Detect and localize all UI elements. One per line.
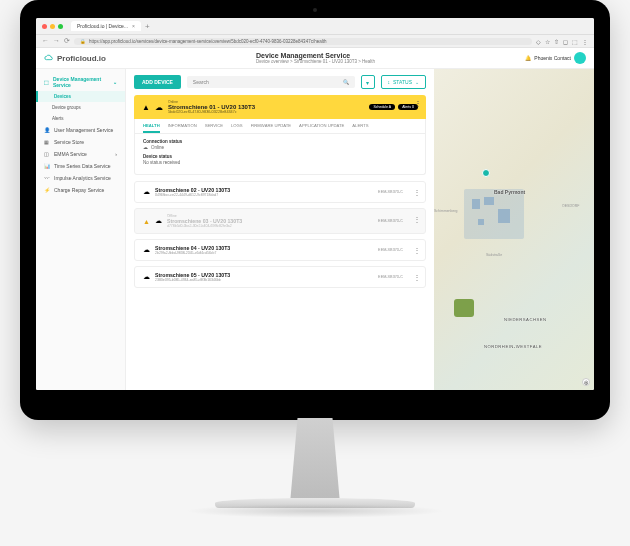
health-panel: Connection status ☁Online Device status …	[135, 134, 425, 174]
device-row[interactable]: ☁Stromschiene 04 - UV20 130T32b29fa2-fbb…	[134, 239, 426, 261]
connection-status-value: Online	[151, 145, 164, 150]
map-street: Südstraße	[486, 253, 502, 257]
nav-reload-icon[interactable]: ⟳	[64, 37, 70, 45]
sidebar-item-service-store[interactable]: ▦Service Store	[36, 136, 125, 148]
close-window[interactable]	[42, 24, 47, 29]
sort-icon: ↕	[388, 79, 391, 85]
url-text: https://app.proficloud.io/services/devic…	[89, 39, 326, 44]
avatar[interactable]	[574, 52, 586, 64]
chevron-down-icon: ⌄	[113, 79, 117, 85]
sidebar-item-device-mgmt[interactable]: ⬚ Device Management Service ⌄	[36, 73, 125, 91]
content-area: ADD DEVICE Search 🔍 ▾ ↕ STATUS ⌄	[126, 69, 434, 390]
cloud-icon: ☁	[143, 188, 150, 196]
app-topbar: Proficloud.io Device Management Service …	[36, 48, 594, 69]
more-menu-icon[interactable]: ⋮	[413, 273, 421, 282]
browser-tab-strip: Proficloud.io | Device... × +	[36, 18, 594, 35]
toolbar: ADD DEVICE Search 🔍 ▾ ↕ STATUS ⌄	[134, 75, 426, 89]
maximize-window[interactable]	[58, 24, 63, 29]
cloud-icon: ☁	[143, 273, 150, 281]
pulse-icon: 〰	[44, 175, 50, 181]
add-device-button[interactable]: ADD DEVICE	[134, 75, 181, 89]
more-menu-icon[interactable]: ⋮	[413, 188, 421, 197]
search-input[interactable]: Search 🔍	[187, 76, 355, 88]
device-row[interactable]: ☁Stromschiene 05 - UV20 130T32383e395-b0…	[134, 266, 426, 288]
device-icon: ⬚	[44, 79, 49, 85]
tabs-icon[interactable]: ◻	[563, 38, 568, 45]
filter-button[interactable]: ▾	[361, 75, 375, 89]
device-id: d778b5d0-0ba2-30e2-b404-69f8c82fe3a2	[167, 224, 242, 228]
map-region2-label: NORDRHEIN-WESTFALE	[484, 344, 542, 349]
nav-forward-icon[interactable]: →	[53, 37, 60, 45]
window-controls[interactable]	[42, 24, 63, 29]
chevron-right-icon: ›	[115, 151, 117, 157]
status-filter-button[interactable]: ↕ STATUS ⌄	[381, 75, 426, 89]
user-menu[interactable]: 🔔 Phoenix Contact	[525, 52, 586, 64]
device-id: 0496fbcc-ce22-4449-d612-9c89718dad7	[155, 193, 230, 197]
chart-icon: 📊	[44, 163, 50, 169]
search-placeholder: Search	[193, 79, 209, 85]
device-status-value: No status received	[143, 160, 417, 165]
device-model: EEM-SB370-C	[378, 190, 403, 194]
status-badge: Schedule A	[369, 104, 395, 110]
sidebar-sub-device-groups[interactable]: Device groups	[36, 102, 125, 113]
user-name: Phoenix Contact	[534, 55, 571, 61]
profile-icon[interactable]: ⬚	[572, 38, 578, 45]
warning-icon: ▲	[142, 103, 150, 112]
map-region-label: NIEDERSACHSEN	[504, 317, 547, 322]
search-icon: 🔍	[343, 79, 349, 85]
warning-icon: ▲	[143, 218, 150, 225]
tab-logs[interactable]: LOGS	[231, 123, 243, 133]
cloud-icon: ☁	[143, 246, 150, 254]
notification-icon[interactable]: 🔔	[525, 55, 531, 61]
page-title: Device Management Service	[256, 52, 375, 59]
nav-back-icon[interactable]: ←	[42, 37, 49, 45]
more-menu-icon[interactable]: ⋮	[413, 246, 421, 255]
url-input[interactable]: 🔒 https://app.proficloud.io/services/dev…	[74, 38, 532, 45]
minimize-window[interactable]	[50, 24, 55, 29]
sidebar-item-charge[interactable]: ⚡Charge Repay Service	[36, 184, 125, 196]
device-tabs: HEALTH INFORMATION SERVICE LOGS FIRMWARE…	[135, 119, 425, 134]
brand-logo[interactable]: Proficloud.io	[44, 53, 106, 63]
charge-icon: ⚡	[44, 187, 50, 193]
new-tab-button[interactable]: +	[145, 22, 150, 31]
star-icon[interactable]: ☆	[545, 38, 550, 45]
share-icon[interactable]: ⇧	[554, 38, 559, 45]
sidebar: ⬚ Device Management Service ⌄ Devices De…	[36, 69, 126, 390]
tab-health[interactable]: HEALTH	[143, 123, 160, 133]
extension-icon[interactable]: ◇	[536, 38, 541, 45]
device-model: EEM-SB370-C	[378, 248, 403, 252]
map-locate-button[interactable]: ◎	[582, 378, 590, 386]
selected-device-header[interactable]: ▲ ☁ Online Stromschiene 01 - UV20 130T3 …	[134, 95, 426, 119]
tab-information[interactable]: INFORMATION	[168, 123, 197, 133]
lock-icon: 🔒	[80, 39, 86, 44]
close-tab-icon[interactable]: ×	[132, 23, 135, 29]
cloud-icon: ☁	[143, 145, 148, 150]
connection-status-label: Connection status	[143, 139, 417, 144]
cloud-icon	[44, 53, 54, 63]
tab-firmware[interactable]: FIRMWARE UPDATE	[251, 123, 291, 133]
device-status-label: Device status	[143, 154, 417, 159]
sidebar-sub-devices[interactable]: Devices	[36, 91, 125, 102]
sidebar-item-emma[interactable]: ◫EMMA Service›	[36, 148, 125, 160]
tab-service[interactable]: SERVICE	[205, 123, 223, 133]
map-district: OESDORF	[562, 204, 579, 208]
user-icon: 👤	[44, 127, 50, 133]
sidebar-item-timeseries[interactable]: 📊Time Series Data Service	[36, 160, 125, 172]
tab-alerts[interactable]: ALERTS	[352, 123, 368, 133]
device-model: EEM-SB370-C	[378, 219, 403, 223]
more-menu-icon[interactable]: ⋮	[413, 215, 421, 224]
tab-application[interactable]: APPLICATION UPDATE	[299, 123, 344, 133]
more-menu-icon[interactable]: ⋮	[414, 99, 422, 108]
browser-tab[interactable]: Proficloud.io | Device... ×	[71, 21, 141, 31]
breadcrumb: Device overview > Stromschiene 01 - UV20…	[256, 59, 375, 64]
sidebar-item-user-mgmt[interactable]: 👤User Management Service	[36, 124, 125, 136]
sidebar-sub-alerts[interactable]: Alerts	[36, 113, 125, 124]
map-panel[interactable]: Bad Pyrmont NIEDERSACHSEN NORDRHEIN-WEST…	[434, 69, 594, 390]
sidebar-item-impulse[interactable]: 〰Impulse Analytics Service	[36, 172, 125, 184]
map-city-label: Bad Pyrmont	[494, 189, 525, 195]
filter-icon: ▾	[366, 79, 369, 86]
menu-icon[interactable]: ⋮	[582, 38, 588, 45]
device-row[interactable]: ▲☁OfflineStromschiene 03 - UV20 130T3d77…	[134, 208, 426, 234]
device-row[interactable]: ☁Stromschiene 02 - UV20 130T30496fbcc-ce…	[134, 181, 426, 203]
map-pin-icon[interactable]	[482, 169, 490, 177]
